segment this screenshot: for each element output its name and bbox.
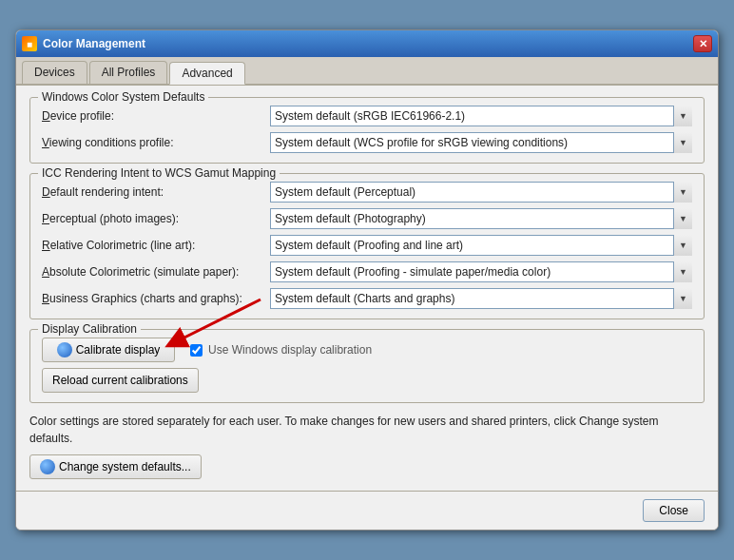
tab-bar: Devices All Profiles Advanced [16,57,718,86]
device-profile-row: Device profile: System default (sRGB IEC… [42,106,692,126]
default-rendering-select[interactable]: System default (Perceptual) [270,182,692,203]
tab-all-profiles[interactable]: All Profiles [89,61,168,84]
change-system-defaults-label: Change system defaults... [59,460,191,473]
viewing-conditions-select-wrapper: System default (WCS profile for sRGB vie… [270,132,692,153]
use-windows-calibration-checkbox[interactable] [190,344,203,357]
icc-rendering-label: ICC Rendering Intent to WCS Gamut Mappin… [38,166,280,180]
windows-color-system-group: Windows Color System Defaults Device pro… [29,97,705,164]
perceptual-label: Perceptual (photo images): [42,212,270,225]
dialog-footer: Close [16,491,718,530]
device-profile-select[interactable]: System default (sRGB IEC61966-2.1) [270,106,692,126]
default-rendering-row: Default rendering intent: System default… [42,182,692,203]
tab-advanced[interactable]: Advanced [169,62,244,85]
icc-rendering-group: ICC Rendering Intent to WCS Gamut Mappin… [29,173,705,319]
perceptual-select-wrapper: System default (Photography) ▼ [270,208,692,229]
calibrate-icon [57,342,72,357]
display-calibration-label: Display Calibration [38,322,141,336]
business-graphics-select-wrapper: System default (Charts and graphs) ▼ [270,288,692,309]
default-rendering-label: Default rendering intent: [42,185,270,199]
absolute-colorimetric-label: Absolute Colorimetric (simulate paper): [42,265,270,279]
use-windows-calibration-row: Use Windows display calibration [190,343,372,357]
viewing-conditions-select[interactable]: System default (WCS profile for sRGB vie… [270,132,692,153]
relative-colorimetric-label: Relative Colorimetric (line art): [42,239,270,252]
calibrate-display-button[interactable]: Calibrate display [42,338,175,362]
viewing-conditions-label: Viewing conditions profile: [42,136,270,149]
reload-calibrations-button[interactable]: Reload current calibrations [42,368,199,393]
calibration-content: Calibrate display Use Windows display ca… [42,338,692,393]
viewing-conditions-row: Viewing conditions profile: System defau… [42,132,692,153]
close-dialog-button[interactable]: Close [643,499,705,522]
display-calibration-group: Display Calibration Calibrate display Us… [29,329,705,403]
absolute-colorimetric-row: Absolute Colorimetric (simulate paper): … [42,261,692,282]
perceptual-select[interactable]: System default (Photography) [270,208,692,229]
relative-colorimetric-select[interactable]: System default (Proofing and line art) [270,235,692,256]
app-icon: ■ [22,36,37,51]
device-profile-select-wrapper: System default (sRGB IEC61966-2.1) ▼ [270,106,692,126]
change-system-defaults-button[interactable]: Change system defaults... [29,454,202,479]
title-bar: ■ Color Management ✕ [16,30,718,57]
tab-devices[interactable]: Devices [22,61,87,84]
bottom-description: Color settings are stored separately for… [29,413,705,447]
use-windows-calibration-label: Use Windows display calibration [208,343,372,357]
absolute-colorimetric-select-wrapper: System default (Proofing - simulate pape… [270,261,692,282]
calibrate-row: Calibrate display Use Windows display ca… [42,338,692,362]
relative-colorimetric-select-wrapper: System default (Proofing and line art) ▼ [270,235,692,256]
title-bar-left: ■ Color Management [22,36,145,51]
tab-content: Windows Color System Defaults Device pro… [16,86,718,491]
reload-calibrations-label: Reload current calibrations [52,374,188,387]
reload-row: Reload current calibrations [42,368,692,393]
window-title: Color Management [43,37,145,50]
default-rendering-select-wrapper: System default (Perceptual) ▼ [270,182,692,203]
relative-colorimetric-row: Relative Colorimetric (line art): System… [42,235,692,256]
absolute-colorimetric-select[interactable]: System default (Proofing - simulate pape… [270,261,692,282]
business-graphics-label: Business Graphics (charts and graphs): [42,292,270,305]
business-graphics-row: Business Graphics (charts and graphs): S… [42,288,692,309]
change-defaults-icon [40,459,55,474]
business-graphics-select[interactable]: System default (Charts and graphs) [270,288,692,309]
color-management-window: ■ Color Management ✕ Devices All Profile… [15,29,719,531]
window-close-button[interactable]: ✕ [693,35,712,52]
calibrate-display-label: Calibrate display [76,343,161,357]
windows-color-system-label: Windows Color System Defaults [38,90,208,104]
perceptual-row: Perceptual (photo images): System defaul… [42,208,692,229]
device-profile-label: Device profile: [42,109,270,123]
